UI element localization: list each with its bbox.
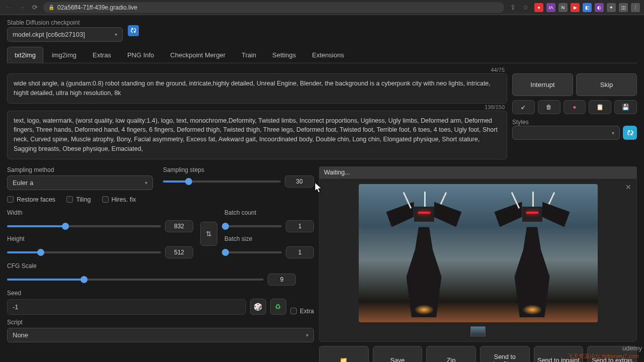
extension-icon[interactable]: ◧ [583, 3, 592, 12]
extension-icon[interactable]: ▶ [571, 3, 580, 12]
batch-size-label: Batch size [224, 235, 314, 242]
chevron-down-icon: ▾ [115, 32, 117, 37]
interrupt-button[interactable]: Interrupt [512, 73, 573, 96]
lock-icon: 🔒 [48, 5, 54, 10]
extension-icon[interactable]: ◐ [595, 3, 604, 12]
width-value[interactable]: 832 [165, 220, 193, 232]
prompt-input[interactable]: 44/75 wide shot angle, a (gundam:0.8) ro… [7, 73, 507, 104]
tab-txt2img[interactable]: txt2img [7, 47, 43, 63]
extension-icon[interactable]: N [558, 3, 568, 12]
address-bar[interactable]: 🔒 02a56ff4-71ff-439e.gradio.live [43, 2, 504, 13]
cfg-value[interactable]: 9 [268, 274, 296, 286]
watermark-text-2: udemy [622, 344, 642, 352]
generation-controls: Sampling method Euler a ▾ Sampling steps… [7, 166, 314, 363]
generated-image[interactable] [359, 184, 598, 323]
seed-label: Seed [7, 290, 314, 297]
send-img2img-button[interactable]: Send to img2img [480, 346, 530, 363]
neg-prompt-text: text, logo, watermark, (worst quality, l… [14, 117, 498, 152]
back-button[interactable]: ← [4, 3, 13, 12]
script-select[interactable]: None ▾ [7, 328, 314, 342]
checkbox-icon [290, 308, 297, 314]
panel-icon[interactable]: ◫ [619, 3, 628, 12]
sampling-steps-value[interactable]: 30 [285, 175, 314, 188]
prompt-token-count: 44/75 [491, 66, 505, 74]
restore-faces-checkbox[interactable]: Restore faces [7, 196, 55, 203]
sampling-method-label: Sampling method [7, 166, 153, 173]
watermark-text: 飞天资源论坛 feitianwu7.com [568, 352, 639, 360]
extra-seed-checkbox[interactable]: Extra [290, 308, 314, 315]
status-text: Waiting... [319, 166, 637, 178]
sampling-steps-label: Sampling steps [163, 166, 314, 173]
random-seed-button[interactable]: 🎲 [250, 299, 266, 315]
batch-count-label: Batch count [224, 209, 314, 216]
checkbox-icon [102, 196, 109, 203]
height-slider[interactable] [7, 251, 161, 253]
zip-button[interactable]: Zip [426, 346, 476, 363]
extension-icon[interactable]: IA [546, 3, 555, 12]
checkpoint-value: model.ckpt [cc6cb27103] [13, 31, 85, 38]
url-text: 02a56ff4-71ff-439e.gradio.live [57, 4, 137, 11]
chevron-down-icon: ▾ [306, 332, 308, 338]
styles-select[interactable]: ▾ [512, 126, 620, 140]
styles-label: Styles [512, 119, 529, 126]
tab-pnginfo[interactable]: PNG Info [120, 47, 162, 63]
swap-dimensions-button[interactable]: ⇅ [200, 222, 217, 246]
checkpoint-label: Stable Diffusion checkpoint [7, 19, 123, 26]
share-icon[interactable]: ⇪ [508, 3, 517, 12]
extensions-area: ● IA N ▶ ◧ ◐ ✦ ◫ ⋮ [534, 3, 640, 12]
close-icon[interactable]: ✕ [625, 183, 631, 191]
height-label: Height [7, 235, 193, 242]
batch-count-value[interactable]: 1 [286, 220, 314, 232]
chevron-down-icon: ▾ [612, 130, 614, 136]
mouse-cursor-icon [314, 182, 324, 194]
trash-icon-button[interactable]: 🗑 [538, 100, 560, 114]
checkbox-icon [66, 196, 73, 203]
script-label: Script [7, 319, 314, 326]
skip-button[interactable]: Skip [576, 73, 637, 96]
reload-button[interactable]: ⟳ [30, 3, 39, 12]
height-value[interactable]: 512 [165, 246, 193, 258]
neg-token-count: 138/150 [485, 103, 505, 112]
hires-fix-checkbox[interactable]: Hires. fix [102, 196, 136, 203]
sampling-method-select[interactable]: Euler a ▾ [7, 175, 153, 190]
save-button[interactable]: Save [373, 346, 423, 363]
chevron-down-icon: ▾ [145, 180, 147, 186]
output-panel: Waiting... ✕ [319, 166, 637, 363]
save-style-button[interactable]: 💾 [614, 100, 637, 114]
output-image-area: ✕ [319, 178, 637, 342]
apply-style-button[interactable]: 🗘 [623, 126, 637, 140]
checkpoint-select[interactable]: model.ckpt [cc6cb27103] ▾ [7, 27, 123, 42]
tab-img2img[interactable]: img2img [44, 47, 84, 63]
style-dot-button[interactable]: ● [564, 100, 586, 114]
tab-checkpoint-merger[interactable]: Checkpoint Merger [163, 47, 233, 63]
thumbnail[interactable] [470, 326, 486, 336]
seed-input[interactable]: -1 [7, 299, 246, 315]
main-tabs: txt2img img2img Extras PNG Info Checkpoi… [7, 47, 637, 63]
arrow-icon-button[interactable]: ↙ [512, 100, 535, 114]
extension-icon[interactable]: ● [534, 3, 543, 12]
script-value: None [13, 331, 28, 339]
negative-prompt-input[interactable]: 138/150 text, logo, watermark, (worst qu… [7, 111, 507, 159]
refresh-checkpoint-button[interactable]: 🗘 [128, 25, 139, 36]
clipboard-icon-button[interactable]: 📋 [589, 100, 611, 114]
star-icon[interactable]: ☆ [521, 3, 530, 12]
tab-train[interactable]: Train [234, 47, 264, 63]
menu-icon[interactable]: ⋮ [631, 3, 640, 12]
cfg-slider[interactable] [7, 279, 264, 281]
forward-button[interactable]: → [17, 3, 26, 12]
tab-extras[interactable]: Extras [85, 47, 119, 63]
puzzle-icon[interactable]: ✦ [607, 3, 616, 12]
tab-settings[interactable]: Settings [265, 47, 303, 63]
open-folder-button[interactable]: 📁 [319, 346, 369, 363]
sampling-steps-slider[interactable] [163, 180, 281, 183]
batch-count-slider[interactable] [224, 225, 282, 227]
batch-size-slider[interactable] [224, 251, 282, 253]
checkbox-icon [7, 196, 14, 203]
browser-toolbar: ← → ⟳ 🔒 02a56ff4-71ff-439e.gradio.live ⇪… [0, 0, 644, 15]
tab-extensions[interactable]: Extensions [304, 47, 352, 63]
width-slider[interactable] [7, 225, 161, 227]
width-label: Width [7, 209, 193, 216]
reuse-seed-button[interactable]: ♻ [270, 299, 286, 315]
tiling-checkbox[interactable]: Tiling [66, 196, 91, 203]
batch-size-value[interactable]: 1 [286, 246, 314, 258]
